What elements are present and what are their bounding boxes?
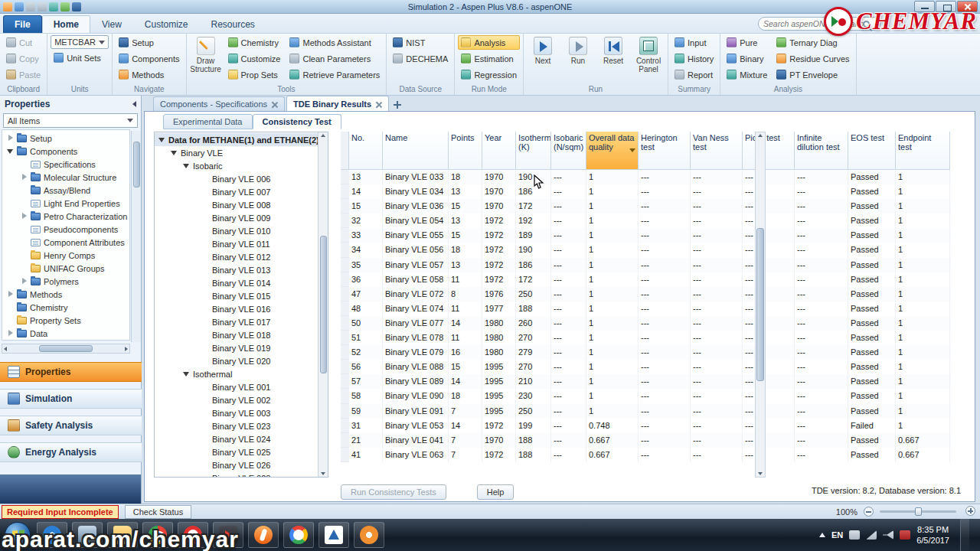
scrollbar-thumb[interactable] xyxy=(39,345,93,352)
ribbon-button[interactable]: Retrieve Parameters xyxy=(286,67,383,82)
tab-experimental-data[interactable]: Experimental Data xyxy=(163,114,253,129)
tree-item[interactable]: Data xyxy=(2,327,129,340)
row-selector[interactable] xyxy=(341,214,349,228)
table-cell[interactable]: 1972 xyxy=(482,228,516,243)
column-header[interactable]: Van Ness test xyxy=(691,132,743,170)
tree-vertical-scrollbar[interactable] xyxy=(131,131,141,342)
table-cell[interactable]: 210 xyxy=(516,374,551,389)
table-cell[interactable]: 1980 xyxy=(482,316,516,331)
table-cell[interactable]: --- xyxy=(551,243,586,257)
ribbon-button[interactable]: History xyxy=(671,51,717,66)
tree-item[interactable]: Binary VLE 017 xyxy=(155,315,328,328)
table-cell[interactable]: 1 xyxy=(896,389,950,403)
row-selector[interactable] xyxy=(341,287,349,302)
table-row[interactable]: 36 Binary VLE 058 11 1972 172 --- 1 --- … xyxy=(341,272,951,287)
ribbon-button[interactable]: Setup xyxy=(116,35,182,50)
table-cell[interactable]: 1995 xyxy=(482,360,516,374)
table-cell[interactable]: --- xyxy=(743,170,795,184)
tree-item[interactable]: Components xyxy=(2,145,129,158)
table-cell[interactable]: --- xyxy=(743,302,795,316)
table-cell[interactable]: --- xyxy=(639,331,691,345)
tree-item[interactable]: Binary VLE 028 xyxy=(155,471,328,478)
table-cell[interactable]: 1 xyxy=(896,184,950,199)
table-cell[interactable]: 0.667 xyxy=(896,448,950,462)
table-cell[interactable]: --- xyxy=(639,170,691,184)
table-cell[interactable]: Passed xyxy=(848,214,896,228)
table-cell[interactable]: --- xyxy=(551,214,586,228)
table-cell[interactable]: 21 xyxy=(349,433,383,448)
table-cell[interactable]: --- xyxy=(639,360,691,374)
table-cell[interactable]: 1970 xyxy=(482,199,516,214)
table-cell[interactable]: Binary VLE 041 xyxy=(383,433,449,448)
table-cell[interactable]: 1 xyxy=(586,170,639,184)
table-cell[interactable]: --- xyxy=(639,345,691,360)
table-cell[interactable]: Passed xyxy=(848,448,896,462)
table-row[interactable]: 15 Binary VLE 036 15 1970 172 --- 1 --- … xyxy=(341,199,951,214)
table-cell[interactable]: 13 xyxy=(449,214,482,228)
row-selector[interactable] xyxy=(341,374,349,389)
table-cell[interactable]: --- xyxy=(691,389,743,403)
ribbon-button[interactable]: Paste xyxy=(3,67,44,82)
ribbon-button[interactable]: Analysis xyxy=(458,35,520,50)
table-cell[interactable]: 1 xyxy=(586,316,639,331)
table-cell[interactable]: 15 xyxy=(449,360,482,374)
table-cell[interactable]: --- xyxy=(743,316,795,331)
ribbon-button[interactable]: Pure xyxy=(724,35,770,50)
table-cell[interactable]: Failed xyxy=(848,419,896,433)
table-cell[interactable]: --- xyxy=(795,199,848,214)
table-cell[interactable]: Binary VLE 034 xyxy=(383,184,449,199)
table-cell[interactable]: --- xyxy=(551,170,586,184)
tree-expander-icon[interactable] xyxy=(183,162,190,169)
table-cell[interactable]: Passed xyxy=(848,243,896,257)
table-cell[interactable]: --- xyxy=(743,331,795,345)
show-desktop-button[interactable] xyxy=(960,519,969,551)
table-cell[interactable]: --- xyxy=(795,287,848,302)
table-cell[interactable]: --- xyxy=(639,389,691,403)
table-cell[interactable]: 15 xyxy=(449,199,482,214)
row-selector[interactable] xyxy=(341,199,349,214)
table-cell[interactable]: --- xyxy=(639,214,691,228)
table-cell[interactable]: Passed xyxy=(848,389,896,403)
tree-item[interactable]: Binary VLE 008 xyxy=(155,198,328,211)
table-cell[interactable]: --- xyxy=(639,243,691,257)
tree-item[interactable]: Pseudocomponents xyxy=(2,223,129,236)
table-cell[interactable]: 8 xyxy=(449,287,482,302)
tree-item[interactable]: Isothermal xyxy=(155,367,328,380)
ribbon-button[interactable]: Report xyxy=(671,67,717,82)
table-cell[interactable]: 260 xyxy=(516,316,551,331)
table-cell[interactable]: --- xyxy=(691,360,743,374)
column-header[interactable]: Herington test xyxy=(639,132,691,170)
table-row[interactable]: 34 Binary VLE 056 18 1972 190 --- 1 --- … xyxy=(341,243,951,257)
table-cell[interactable]: 1 xyxy=(586,360,639,374)
table-cell[interactable]: 1972 xyxy=(482,214,516,228)
tree-item[interactable]: Polymers xyxy=(2,275,129,288)
tree-item[interactable]: Binary VLE 023 xyxy=(155,419,328,432)
zoom-slider-thumb[interactable] xyxy=(915,507,922,516)
table-cell[interactable]: 1995 xyxy=(482,374,516,389)
table-cell[interactable]: Binary VLE 079 xyxy=(383,345,449,360)
table-cell[interactable]: --- xyxy=(691,228,743,243)
table-cell[interactable]: 1 xyxy=(896,214,950,228)
table-cell[interactable]: 15 xyxy=(349,199,383,214)
table-cell[interactable]: --- xyxy=(639,228,691,243)
ribbon-button[interactable]: Cut xyxy=(3,35,44,50)
table-cell[interactable]: 48 xyxy=(349,302,383,316)
table-cell[interactable]: --- xyxy=(551,389,586,403)
table-cell[interactable]: 1980 xyxy=(482,331,516,345)
table-cell[interactable]: 0.667 xyxy=(586,433,639,448)
table-cell[interactable]: --- xyxy=(691,316,743,331)
table-cell[interactable]: --- xyxy=(551,258,586,272)
ribbon-button[interactable]: Residue Curves xyxy=(773,51,852,66)
scrollbar-thumb[interactable] xyxy=(756,228,764,381)
table-cell[interactable]: Passed xyxy=(848,272,896,287)
table-cell[interactable]: --- xyxy=(639,448,691,462)
table-cell[interactable]: 50 xyxy=(349,316,383,331)
action-center-tray-icon[interactable] xyxy=(900,530,910,540)
table-cell[interactable]: --- xyxy=(691,419,743,433)
table-cell[interactable]: Passed xyxy=(848,433,896,448)
table-row[interactable]: 58 Binary VLE 090 18 1995 230 --- 1 --- … xyxy=(341,389,951,403)
table-cell[interactable]: --- xyxy=(691,170,743,184)
table-row[interactable]: 32 Binary VLE 054 13 1972 192 --- 1 --- … xyxy=(341,214,951,228)
table-cell[interactable]: 186 xyxy=(516,258,551,272)
table-cell[interactable]: --- xyxy=(551,302,586,316)
